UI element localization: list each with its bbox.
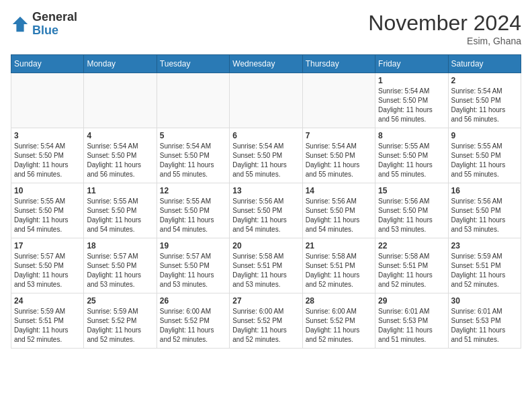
day-number: 6 xyxy=(232,131,299,140)
day-number: 30 xyxy=(451,296,518,306)
day-number: 29 xyxy=(378,296,445,306)
title-section: November 2024 Esim, Ghana xyxy=(368,11,521,46)
day-info: Sunrise: 5:56 AM Sunset: 5:50 PM Dayligh… xyxy=(232,197,299,234)
calendar-day-cell: 5Sunrise: 5:54 AM Sunset: 5:50 PM Daylig… xyxy=(157,128,229,183)
calendar-day-cell: 12Sunrise: 5:55 AM Sunset: 5:50 PM Dayli… xyxy=(157,183,229,238)
calendar-day-header: Saturday xyxy=(448,55,521,73)
day-number: 12 xyxy=(160,186,226,195)
day-info: Sunrise: 6:00 AM Sunset: 5:52 PM Dayligh… xyxy=(306,307,372,345)
day-number: 21 xyxy=(306,241,372,250)
day-info: Sunrise: 5:55 AM Sunset: 5:50 PM Dayligh… xyxy=(451,142,518,179)
day-info: Sunrise: 5:54 AM Sunset: 5:50 PM Dayligh… xyxy=(232,142,299,179)
calendar-day-cell: 2Sunrise: 5:54 AM Sunset: 5:50 PM Daylig… xyxy=(448,73,521,128)
calendar-day-cell xyxy=(230,73,302,128)
day-info: Sunrise: 6:00 AM Sunset: 5:52 PM Dayligh… xyxy=(232,307,299,345)
calendar-day-cell: 14Sunrise: 5:56 AM Sunset: 5:50 PM Dayli… xyxy=(302,183,375,238)
logo: General Blue xyxy=(11,11,77,38)
page-header: General Blue November 2024 Esim, Ghana xyxy=(11,11,521,46)
logo-blue-text: Blue xyxy=(32,24,77,38)
day-info: Sunrise: 5:54 AM Sunset: 5:50 PM Dayligh… xyxy=(14,142,81,179)
calendar-day-cell: 7Sunrise: 5:54 AM Sunset: 5:50 PM Daylig… xyxy=(302,128,375,183)
calendar-day-header: Sunday xyxy=(11,55,84,73)
calendar-day-header: Tuesday xyxy=(157,55,229,73)
day-info: Sunrise: 5:54 AM Sunset: 5:50 PM Dayligh… xyxy=(451,87,518,124)
day-number: 27 xyxy=(232,296,299,306)
calendar-week-row: 24Sunrise: 5:59 AM Sunset: 5:51 PM Dayli… xyxy=(11,293,521,349)
calendar-day-cell: 28Sunrise: 6:00 AM Sunset: 5:52 PM Dayli… xyxy=(302,293,375,349)
calendar-day-cell: 21Sunrise: 5:58 AM Sunset: 5:51 PM Dayli… xyxy=(302,238,375,293)
calendar-header-row: SundayMondayTuesdayWednesdayThursdayFrid… xyxy=(11,55,521,73)
day-info: Sunrise: 5:55 AM Sunset: 5:50 PM Dayligh… xyxy=(87,197,153,234)
calendar-day-cell: 16Sunrise: 5:56 AM Sunset: 5:50 PM Dayli… xyxy=(448,183,521,238)
day-info: Sunrise: 5:56 AM Sunset: 5:50 PM Dayligh… xyxy=(451,197,518,234)
month-year-title: November 2024 xyxy=(368,11,521,36)
calendar-day-cell xyxy=(84,73,157,128)
day-number: 10 xyxy=(14,186,81,195)
calendar-day-cell: 1Sunrise: 5:54 AM Sunset: 5:50 PM Daylig… xyxy=(375,73,448,128)
day-number: 8 xyxy=(378,131,445,140)
day-number: 26 xyxy=(160,296,226,306)
day-info: Sunrise: 5:59 AM Sunset: 5:51 PM Dayligh… xyxy=(14,307,81,345)
day-info: Sunrise: 5:59 AM Sunset: 5:51 PM Dayligh… xyxy=(451,252,518,289)
calendar-day-cell: 27Sunrise: 6:00 AM Sunset: 5:52 PM Dayli… xyxy=(230,293,302,349)
calendar-day-cell xyxy=(11,73,84,128)
calendar-day-cell: 23Sunrise: 5:59 AM Sunset: 5:51 PM Dayli… xyxy=(448,238,521,293)
day-number: 3 xyxy=(14,131,81,140)
day-number: 4 xyxy=(87,131,153,140)
calendar-day-header: Wednesday xyxy=(230,55,302,73)
day-number: 16 xyxy=(451,186,518,195)
day-info: Sunrise: 5:54 AM Sunset: 5:50 PM Dayligh… xyxy=(306,142,372,179)
day-number: 23 xyxy=(451,241,518,250)
calendar-day-cell: 29Sunrise: 6:01 AM Sunset: 5:53 PM Dayli… xyxy=(375,293,448,349)
day-number: 20 xyxy=(232,241,299,250)
day-number: 22 xyxy=(378,241,445,250)
calendar-day-cell: 26Sunrise: 6:00 AM Sunset: 5:52 PM Dayli… xyxy=(157,293,229,349)
logo-general-text: General xyxy=(32,11,77,24)
day-number: 14 xyxy=(306,186,372,195)
calendar-day-cell: 20Sunrise: 5:58 AM Sunset: 5:51 PM Dayli… xyxy=(230,238,302,293)
logo-icon xyxy=(11,15,30,34)
day-info: Sunrise: 6:01 AM Sunset: 5:53 PM Dayligh… xyxy=(451,307,518,345)
day-number: 11 xyxy=(87,186,153,195)
calendar-week-row: 1Sunrise: 5:54 AM Sunset: 5:50 PM Daylig… xyxy=(11,73,521,128)
calendar-day-cell: 4Sunrise: 5:54 AM Sunset: 5:50 PM Daylig… xyxy=(84,128,157,183)
day-info: Sunrise: 5:55 AM Sunset: 5:50 PM Dayligh… xyxy=(160,197,226,234)
day-number: 9 xyxy=(451,131,518,140)
calendar-day-cell: 10Sunrise: 5:55 AM Sunset: 5:50 PM Dayli… xyxy=(11,183,84,238)
calendar-day-cell: 6Sunrise: 5:54 AM Sunset: 5:50 PM Daylig… xyxy=(230,128,302,183)
calendar-day-cell: 9Sunrise: 5:55 AM Sunset: 5:50 PM Daylig… xyxy=(448,128,521,183)
day-info: Sunrise: 5:55 AM Sunset: 5:50 PM Dayligh… xyxy=(378,142,445,179)
day-number: 13 xyxy=(232,186,299,195)
logo-text: General Blue xyxy=(32,11,77,38)
calendar-week-row: 17Sunrise: 5:57 AM Sunset: 5:50 PM Dayli… xyxy=(11,238,521,293)
calendar-day-cell: 25Sunrise: 5:59 AM Sunset: 5:52 PM Dayli… xyxy=(84,293,157,349)
calendar-day-cell: 15Sunrise: 5:56 AM Sunset: 5:50 PM Dayli… xyxy=(375,183,448,238)
day-number: 28 xyxy=(306,296,372,306)
calendar-day-header: Friday xyxy=(375,55,448,73)
day-info: Sunrise: 5:57 AM Sunset: 5:50 PM Dayligh… xyxy=(160,252,226,289)
day-number: 2 xyxy=(451,76,518,85)
calendar-day-cell: 30Sunrise: 6:01 AM Sunset: 5:53 PM Dayli… xyxy=(448,293,521,349)
day-info: Sunrise: 6:00 AM Sunset: 5:52 PM Dayligh… xyxy=(160,307,226,345)
calendar-day-cell: 8Sunrise: 5:55 AM Sunset: 5:50 PM Daylig… xyxy=(375,128,448,183)
calendar-day-cell: 3Sunrise: 5:54 AM Sunset: 5:50 PM Daylig… xyxy=(11,128,84,183)
day-number: 5 xyxy=(160,131,226,140)
calendar-day-cell: 13Sunrise: 5:56 AM Sunset: 5:50 PM Dayli… xyxy=(230,183,302,238)
calendar-day-header: Thursday xyxy=(302,55,375,73)
calendar-day-cell: 11Sunrise: 5:55 AM Sunset: 5:50 PM Dayli… xyxy=(84,183,157,238)
day-number: 1 xyxy=(378,76,445,85)
day-number: 25 xyxy=(87,296,153,306)
location-subtitle: Esim, Ghana xyxy=(368,36,521,46)
day-info: Sunrise: 5:57 AM Sunset: 5:50 PM Dayligh… xyxy=(87,252,153,289)
day-info: Sunrise: 5:56 AM Sunset: 5:50 PM Dayligh… xyxy=(306,197,372,234)
day-info: Sunrise: 5:59 AM Sunset: 5:52 PM Dayligh… xyxy=(87,307,153,345)
day-info: Sunrise: 5:55 AM Sunset: 5:50 PM Dayligh… xyxy=(14,197,81,234)
day-info: Sunrise: 5:58 AM Sunset: 5:51 PM Dayligh… xyxy=(378,252,445,289)
calendar-day-cell: 24Sunrise: 5:59 AM Sunset: 5:51 PM Dayli… xyxy=(11,293,84,349)
calendar-week-row: 3Sunrise: 5:54 AM Sunset: 5:50 PM Daylig… xyxy=(11,128,521,183)
svg-marker-0 xyxy=(13,17,28,32)
day-number: 7 xyxy=(306,131,372,140)
calendar-day-cell: 22Sunrise: 5:58 AM Sunset: 5:51 PM Dayli… xyxy=(375,238,448,293)
day-number: 19 xyxy=(160,241,226,250)
calendar-table: SundayMondayTuesdayWednesdayThursdayFrid… xyxy=(11,54,521,349)
